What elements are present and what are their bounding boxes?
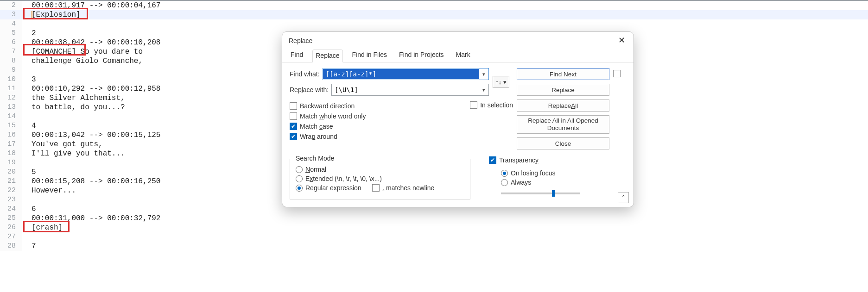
replace-dialog: Replace ✕ Find Replace Find in Files Fin… bbox=[282, 31, 634, 207]
close-icon[interactable]: ✕ bbox=[616, 35, 627, 46]
close-button[interactable]: Close bbox=[517, 137, 609, 149]
line-number: 16 bbox=[0, 130, 22, 140]
find-what-label: Find what: bbox=[290, 70, 320, 78]
line-content[interactable]: 4 bbox=[22, 121, 36, 130]
editor-line[interactable]: 27 bbox=[0, 232, 868, 242]
line-number: 15 bbox=[0, 121, 22, 130]
line-number: 26 bbox=[0, 223, 22, 232]
tab-find-in-projects[interactable]: Find in Projects bbox=[396, 49, 446, 62]
transparency-slider[interactable] bbox=[501, 193, 580, 194]
find-next-extra-checkbox[interactable] bbox=[613, 70, 621, 77]
dialog-tabs: Find Replace Find in Files Find in Proje… bbox=[282, 50, 634, 62]
expand-button[interactable]: ˄ bbox=[618, 192, 629, 203]
line-number: 12 bbox=[0, 93, 22, 103]
line-number: 3 bbox=[0, 10, 22, 19]
transparency-on-losing-focus[interactable]: On losing focus bbox=[501, 169, 626, 177]
line-content[interactable]: 00:00:08,042 --> 00:00:10,208 bbox=[22, 38, 160, 47]
dot-matches-newline-label: . matches newline bbox=[382, 184, 434, 192]
line-number: 11 bbox=[0, 84, 22, 93]
line-number: 22 bbox=[0, 186, 22, 195]
line-number: 17 bbox=[0, 140, 22, 149]
line-number: 10 bbox=[0, 75, 22, 84]
line-number: 28 bbox=[0, 242, 22, 251]
line-number: 24 bbox=[0, 205, 22, 214]
line-number: 20 bbox=[0, 168, 22, 177]
whole-word-checkbox[interactable]: Match whole word only bbox=[290, 112, 489, 120]
line-content[interactable] bbox=[22, 158, 32, 168]
replace-all-opened-button[interactable]: Replace All in All Opened Documents bbox=[517, 115, 609, 134]
line-content[interactable]: 7 bbox=[22, 242, 36, 251]
line-number: 21 bbox=[0, 177, 22, 186]
line-content[interactable]: 6 bbox=[22, 205, 36, 214]
line-content[interactable]: 3 bbox=[22, 75, 36, 84]
line-number: 13 bbox=[0, 103, 22, 112]
line-content[interactable]: However... bbox=[22, 186, 76, 195]
line-number: 25 bbox=[0, 214, 22, 223]
replace-button[interactable]: Replace bbox=[517, 84, 609, 96]
match-case-checkbox[interactable]: ✔Match case bbox=[290, 123, 489, 130]
line-content[interactable]: 00:00:10,292 --> 00:00:12,958 bbox=[22, 84, 160, 93]
line-number: 19 bbox=[0, 158, 22, 168]
editor-line[interactable]: 2500:00:31,000 --> 00:00:32,792 bbox=[0, 214, 868, 223]
line-number: 23 bbox=[0, 195, 22, 205]
line-content[interactable]: 00:00:01,917 --> 00:00:04,167 bbox=[22, 1, 160, 10]
line-number: 4 bbox=[0, 19, 22, 29]
transparency-always[interactable]: Always bbox=[501, 179, 626, 186]
tab-mark[interactable]: Mark bbox=[453, 49, 473, 62]
tab-replace[interactable]: Replace bbox=[312, 50, 342, 62]
line-number: 9 bbox=[0, 66, 22, 75]
line-number: 18 bbox=[0, 149, 22, 158]
find-what-input[interactable] bbox=[323, 69, 479, 79]
line-content[interactable] bbox=[22, 112, 32, 121]
line-number: 7 bbox=[0, 47, 22, 56]
search-mode-group: Search Mode Normal Extended (\n, \r, \t,… bbox=[290, 159, 470, 199]
find-next-button[interactable]: Find Next bbox=[517, 68, 609, 80]
search-mode-regex[interactable]: Regular expression . matches newline bbox=[296, 184, 464, 192]
line-content[interactable]: 00:00:13,042 --> 00:00:15,125 bbox=[22, 130, 160, 140]
chevron-down-icon[interactable]: ▾ bbox=[479, 87, 488, 93]
dialog-title: Replace bbox=[289, 37, 312, 44]
replace-all-button[interactable]: Replace All bbox=[517, 99, 609, 112]
line-content[interactable]: to battle, do you...? bbox=[22, 103, 125, 112]
editor-line[interactable]: 4 bbox=[0, 19, 868, 29]
line-number: 14 bbox=[0, 112, 22, 121]
line-content[interactable] bbox=[22, 19, 32, 29]
line-number: 27 bbox=[0, 232, 22, 242]
line-content[interactable]: 2 bbox=[22, 29, 36, 38]
line-content[interactable]: challenge Giolo Comanche, bbox=[22, 56, 143, 66]
editor-line[interactable]: 200:00:01,917 --> 00:00:04,167 bbox=[0, 1, 868, 10]
line-content[interactable] bbox=[22, 66, 32, 75]
chevron-down-icon[interactable]: ▾ bbox=[479, 71, 488, 77]
search-mode-extended[interactable]: Extended (\n, \r, \t, \0, \x...) bbox=[296, 175, 464, 182]
line-content[interactable]: You've got guts, bbox=[22, 140, 103, 149]
line-content[interactable]: the Silver Alchemist, bbox=[22, 93, 125, 103]
replace-with-label: Replace with: bbox=[290, 86, 329, 93]
line-number: 6 bbox=[0, 38, 22, 47]
line-content[interactable]: I'll give you that... bbox=[22, 149, 125, 158]
line-content[interactable]: 5 bbox=[22, 168, 36, 177]
wrap-around-checkbox[interactable]: ✔Wrap around bbox=[290, 133, 489, 140]
line-number: 8 bbox=[0, 56, 22, 66]
editor-line[interactable]: 26[crash] bbox=[0, 223, 868, 232]
line-content[interactable]: [COMANCHE] So you dare to bbox=[22, 47, 143, 56]
line-number: 5 bbox=[0, 29, 22, 38]
search-mode-normal[interactable]: Normal bbox=[296, 166, 464, 173]
line-content[interactable]: 00:00:31,000 --> 00:00:32,792 bbox=[22, 214, 160, 223]
line-content[interactable] bbox=[22, 232, 32, 242]
swap-button[interactable]: ↑↓ ▾ bbox=[493, 76, 509, 88]
dot-matches-newline-checkbox[interactable] bbox=[372, 184, 380, 192]
transparency-checkbox[interactable]: ✔Transparency bbox=[489, 156, 539, 164]
line-number: 2 bbox=[0, 1, 22, 10]
tab-find-in-files[interactable]: Find in Files bbox=[349, 49, 390, 62]
replace-with-input[interactable] bbox=[332, 85, 479, 95]
line-content[interactable] bbox=[22, 195, 32, 205]
tab-find[interactable]: Find bbox=[288, 49, 306, 62]
editor-line[interactable]: 287 bbox=[0, 242, 868, 251]
line-content[interactable]: [Explosion] bbox=[22, 10, 81, 19]
editor-line[interactable]: 3[Explosion] bbox=[0, 10, 868, 19]
line-content[interactable]: [crash] bbox=[22, 223, 63, 232]
backward-direction-checkbox[interactable]: Backward direction bbox=[290, 102, 489, 110]
line-content[interactable]: 00:00:15,208 --> 00:00:16,250 bbox=[22, 177, 160, 186]
